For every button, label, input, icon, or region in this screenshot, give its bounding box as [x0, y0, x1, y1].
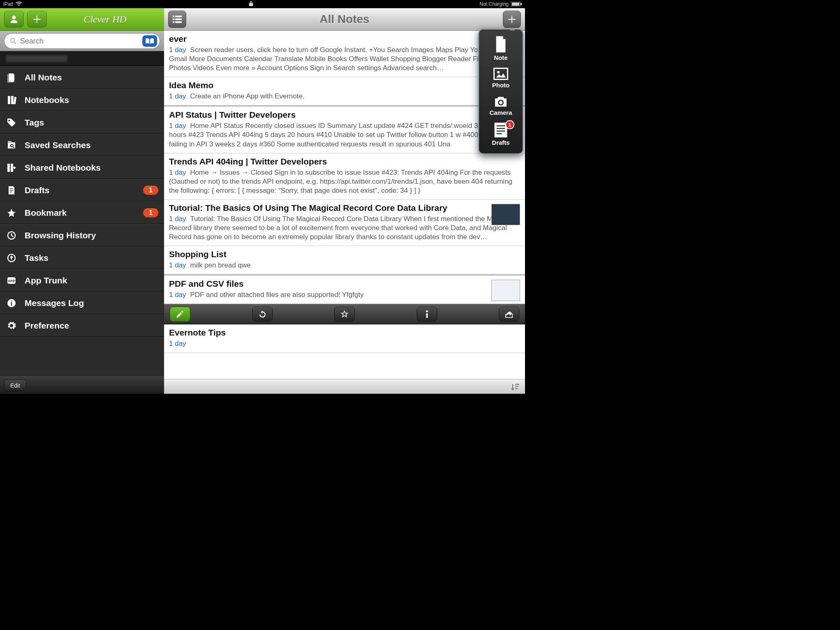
- sidebar-item-badge: 1: [143, 186, 158, 195]
- tasks-icon: [6, 253, 17, 263]
- edit-button[interactable]: Edit: [4, 380, 26, 391]
- popover-label: Camera: [489, 109, 512, 116]
- svg-rect-5: [8, 96, 10, 104]
- sidebar-item-preference[interactable]: Preference: [0, 314, 164, 337]
- sidebar-item-all-notes[interactable]: All Notes: [0, 66, 164, 89]
- note-age: 1 day: [169, 291, 186, 299]
- account-row[interactable]: [0, 51, 164, 66]
- note-row[interactable]: API Status | Twitter Developers1 dayHome…: [164, 105, 525, 153]
- svg-rect-24: [175, 16, 182, 17]
- sidebar-item-saved-searches[interactable]: Saved Searches: [0, 134, 164, 156]
- note-title: Shopping List: [169, 249, 520, 259]
- svg-rect-1: [512, 2, 519, 6]
- note-snippet: 1 dayPDF and other attached files are al…: [169, 290, 520, 299]
- list-view-button[interactable]: [168, 11, 186, 28]
- popover-badge: 1: [505, 120, 514, 129]
- note-title: PDF and CSV files: [169, 279, 520, 289]
- note-row[interactable]: Evernote Tips1 day: [164, 324, 525, 353]
- sidebar-item-drafts[interactable]: Drafts1: [0, 179, 164, 201]
- popover-drafts[interactable]: Drafts1: [482, 119, 520, 149]
- tag-icon: [6, 118, 17, 128]
- search-field[interactable]: [4, 33, 160, 49]
- note-title: Tutorial: The Basics Of Using The Magica…: [169, 203, 520, 213]
- shared-icon: [6, 163, 17, 173]
- svg-text:i: i: [11, 300, 12, 307]
- search-input[interactable]: [20, 37, 139, 46]
- share-button[interactable]: [499, 307, 519, 322]
- note-row[interactable]: Shopping List1 daymilk pen bread qwe: [164, 246, 525, 274]
- favorite-button[interactable]: [334, 307, 355, 322]
- note-age: 1 day: [169, 340, 186, 347]
- main-panel: All Notes ever1 dayScreen reader users, …: [164, 8, 525, 394]
- dictionary-button[interactable]: [142, 35, 157, 47]
- wifi-icon: [16, 2, 22, 7]
- note-snippet: 1 dayTutorial: The Basics Of Using The M…: [169, 215, 520, 242]
- popover-photo[interactable]: Photo: [482, 64, 520, 92]
- note-row[interactable]: Idea Memo1 dayCreate an iPhone App with …: [164, 77, 525, 105]
- sidebar-item-label: Messages Log: [25, 298, 158, 308]
- note-age: 1 day: [169, 215, 186, 223]
- battery-icon: [511, 2, 522, 7]
- svg-rect-21: [173, 16, 174, 17]
- photo-icon: [493, 68, 508, 80]
- svg-rect-35: [497, 125, 505, 126]
- add-button[interactable]: [27, 11, 47, 27]
- note-action-bar: [164, 304, 525, 324]
- account-button[interactable]: [4, 11, 24, 27]
- note-thumbnail: [491, 280, 520, 301]
- edit-note-button[interactable]: [170, 307, 190, 322]
- device-label: iPad: [3, 1, 13, 7]
- sidebar-header: Clever HD: [0, 8, 164, 31]
- sidebar-item-tasks[interactable]: Tasks: [0, 247, 164, 269]
- refresh-button[interactable]: [252, 307, 273, 322]
- search-icon: [9, 37, 17, 45]
- svg-rect-13: [10, 190, 13, 191]
- doc-icon: [494, 36, 508, 52]
- svg-rect-37: [497, 130, 505, 132]
- svg-rect-22: [173, 18, 174, 20]
- svg-rect-10: [7, 164, 10, 172]
- sidebar-footer: Edit: [0, 377, 164, 394]
- note-row[interactable]: Trends API 404ing | Twitter Developers1 …: [164, 153, 525, 200]
- sidebar-item-label: App Trunk: [25, 276, 158, 285]
- sidebar-item-shared-notebooks[interactable]: Shared Notebooks: [0, 156, 164, 179]
- note-age: 1 day: [169, 92, 186, 100]
- sort-icon[interactable]: [511, 383, 519, 390]
- note-row[interactable]: ever1 dayScreen reader users, click here…: [164, 31, 525, 77]
- popover-label: Drafts: [492, 139, 509, 146]
- note-row[interactable]: PDF and CSV files1 dayPDF and other atta…: [164, 274, 525, 304]
- popover-label: Note: [494, 54, 507, 61]
- sidebar-item-label: Browsing History: [25, 231, 158, 240]
- svg-rect-14: [10, 192, 12, 192]
- popover-label: Photo: [492, 82, 510, 89]
- new-note-popover: NotePhotoCameraDrafts1: [478, 29, 523, 154]
- status-bar: iPad Not Charging: [0, 0, 525, 8]
- charge-label: Not Charging: [479, 1, 509, 7]
- sidebar-item-bookmark[interactable]: Bookmark1: [0, 201, 164, 224]
- sidebar-item-browsing-history[interactable]: Browsing History: [0, 224, 164, 247]
- notes-list[interactable]: ever1 dayScreen reader users, click here…: [164, 31, 525, 379]
- note-row[interactable]: Tutorial: The Basics Of Using The Magica…: [164, 200, 525, 246]
- note-title: Evernote Tips: [169, 328, 520, 338]
- svg-rect-6: [11, 96, 14, 104]
- svg-rect-23: [173, 21, 174, 23]
- svg-point-3: [11, 39, 14, 42]
- sidebar-item-label: Notebooks: [25, 95, 158, 105]
- sidebar-item-messages-log[interactable]: iMessages Log: [0, 292, 164, 314]
- app-icon: APP: [6, 276, 17, 285]
- sidebar-item-tags[interactable]: Tags: [0, 111, 164, 134]
- main-header: All Notes: [164, 8, 525, 31]
- svg-rect-36: [497, 128, 505, 129]
- sidebar-item-notebooks[interactable]: Notebooks: [0, 89, 164, 111]
- popover-note[interactable]: Note: [482, 33, 520, 64]
- svg-rect-7: [14, 96, 16, 104]
- drafts-icon: [6, 185, 17, 195]
- svg-rect-12: [10, 188, 13, 189]
- sidebar-item-app-trunk[interactable]: APPApp Trunk: [0, 269, 164, 292]
- popover-camera[interactable]: Camera: [482, 92, 520, 119]
- note-snippet: 1 dayHome → Issues → Closed Sign in to s…: [169, 168, 520, 195]
- sidebar-item-label: Bookmark: [25, 208, 136, 218]
- sidebar-item-label: Saved Searches: [25, 140, 158, 150]
- account-name-redacted: [6, 55, 67, 62]
- info-button[interactable]: [417, 307, 437, 322]
